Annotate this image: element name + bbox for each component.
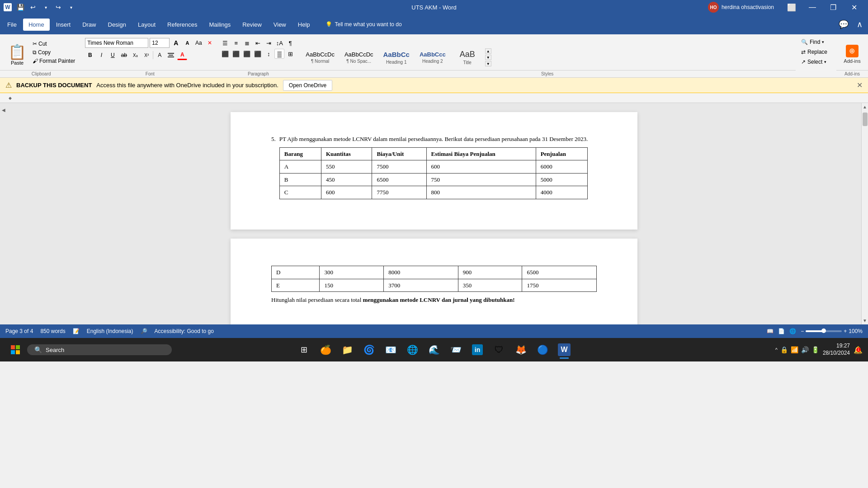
layout-marker[interactable]: ◀ (2, 108, 5, 113)
sort-button[interactable]: ↕A (274, 38, 284, 48)
menu-bar: File Home Insert Draw Design Layout Refe… (0, 14, 868, 34)
scroll-up-button[interactable]: ▲ (861, 103, 868, 111)
copy-button[interactable]: ⧉ Copy (31, 48, 77, 56)
increase-indent-button[interactable]: ⇥ (264, 38, 274, 48)
italic-button[interactable]: I (96, 50, 106, 60)
redo-button[interactable]: ↪ (52, 1, 64, 13)
open-onedrive-button[interactable]: Open OneDrive (283, 80, 332, 91)
zoom-out-button[interactable]: − (801, 328, 804, 334)
menu-home[interactable]: Home (23, 19, 50, 31)
style-normal-button[interactable]: AaBbCcDc ¶ Normal (302, 45, 339, 70)
read-mode-button[interactable]: 📖 (767, 328, 774, 334)
menu-help[interactable]: Help (292, 19, 316, 31)
replace-button[interactable]: ⇄ Replace (798, 48, 830, 56)
tray-chevron[interactable]: ^ (775, 347, 778, 352)
font-name-input[interactable] (85, 38, 148, 48)
more-apps-button[interactable]: 🔵 (533, 340, 552, 360)
shrink-font-button[interactable]: A (182, 38, 192, 48)
search-bar[interactable]: 🔍 Search (27, 344, 172, 355)
close-button[interactable]: ✕ (844, 0, 864, 14)
format-painter-button[interactable]: 🖌 Format Painter (31, 57, 77, 65)
menu-view[interactable]: View (268, 19, 292, 31)
minimize-button[interactable]: — (802, 0, 823, 14)
task-view-button[interactable]: ⊞ (294, 340, 314, 360)
zoom-slider[interactable] (806, 330, 842, 332)
mail-button[interactable]: 📧 (381, 340, 401, 360)
menu-layout[interactable]: Layout (132, 19, 161, 31)
strikethrough-button[interactable]: ab (119, 50, 129, 60)
subscript-button[interactable]: X₂ (130, 50, 140, 60)
find-button[interactable]: 🔍 Find ▾ (798, 38, 827, 46)
cut-button[interactable]: ✂ Cut (31, 40, 77, 48)
multilevel-list-button[interactable]: ≣ (242, 38, 252, 48)
menu-references[interactable]: References (162, 19, 203, 31)
style-heading2-button[interactable]: AaBbCcc Heading 2 (415, 45, 450, 70)
grow-font-button[interactable]: A (171, 38, 181, 48)
user-avatar[interactable]: HO (708, 2, 719, 13)
menu-file[interactable]: File (2, 19, 22, 31)
styles-more-button[interactable]: ▼ (485, 61, 491, 66)
start-button[interactable] (5, 340, 25, 360)
menu-draw[interactable]: Draw (77, 19, 101, 31)
text-highlight-button[interactable]: A (155, 50, 165, 60)
menu-insert[interactable]: Insert (51, 19, 76, 31)
select-button[interactable]: ↗ Select ▾ (798, 58, 829, 66)
ribbon-display-button[interactable]: ⬜ (781, 0, 802, 14)
bullets-button[interactable]: ☰ (220, 38, 230, 48)
styles-scroll-up[interactable]: ▲ (485, 48, 491, 54)
chrome-button[interactable]: 🌐 (402, 340, 422, 360)
teams-button[interactable]: 🌀 (359, 340, 379, 360)
tell-me-bar[interactable]: 💡 Tell me what you want to do (326, 21, 402, 28)
line-spacing-button[interactable]: ↕ (264, 49, 274, 59)
firefox-button[interactable]: 🦊 (511, 340, 531, 360)
font-color-button[interactable]: A (177, 50, 187, 60)
align-left-para-button[interactable]: ⬛ (220, 49, 230, 59)
time-display[interactable]: 19:27 28/10/2024 (823, 343, 850, 357)
comments-button[interactable]: 💬 (835, 18, 852, 31)
superscript-button[interactable]: X² (142, 50, 151, 60)
notification-center-button[interactable]: 🔔 1 (854, 346, 863, 354)
save-button[interactable]: 💾 (14, 1, 26, 13)
undo-button[interactable]: ↩ (27, 1, 39, 13)
decrease-indent-button[interactable]: ⇤ (253, 38, 263, 48)
menu-design[interactable]: Design (103, 19, 132, 31)
file-explorer-button[interactable]: 📁 (337, 340, 357, 360)
widgets-button[interactable]: 🍊 (316, 340, 335, 360)
menu-review[interactable]: Review (237, 19, 267, 31)
print-layout-button[interactable]: 📄 (778, 328, 785, 334)
shading-button[interactable]: ▓ (274, 49, 284, 59)
borders-button[interactable]: ⊞ (285, 49, 295, 59)
scroll-thumb[interactable] (863, 113, 868, 126)
outlook-button[interactable]: 📨 (446, 340, 466, 360)
align-right-button[interactable]: ⬛ (242, 49, 252, 59)
bold-button[interactable]: B (85, 50, 95, 60)
edge-button[interactable]: 🌊 (424, 340, 444, 360)
antivirus-button[interactable]: 🛡 (489, 340, 509, 360)
style-no-spacing-button[interactable]: AaBbCcDc ¶ No Spac... (340, 45, 377, 70)
add-ins-button[interactable]: ⊕ Add-ins (840, 43, 864, 66)
customize-quick-access[interactable]: ▾ (65, 1, 77, 13)
justify-button[interactable]: ⬛ (253, 49, 263, 59)
scroll-down-button[interactable]: ▼ (861, 317, 868, 324)
numbering-button[interactable]: ≡ (231, 38, 241, 48)
ribbon-collapse-button[interactable]: ∧ (853, 18, 866, 31)
web-layout-button[interactable]: 🌐 (789, 328, 796, 334)
paste-button[interactable]: 📋 Paste (5, 40, 29, 70)
restore-button[interactable]: ❐ (823, 0, 844, 14)
zoom-in-button[interactable]: + (844, 328, 847, 334)
notification-close-button[interactable]: ✕ (857, 81, 863, 89)
linkedin-button[interactable]: in (467, 340, 487, 360)
menu-mailings[interactable]: Mailings (204, 19, 236, 31)
active-indicator (560, 357, 569, 359)
word-taskbar-button[interactable]: W (554, 340, 574, 360)
style-heading1-button[interactable]: AaBbCc Heading 1 (379, 45, 414, 70)
undo-arrow[interactable]: ▾ (40, 1, 52, 13)
clear-formatting-button[interactable]: ✕ (205, 38, 215, 48)
align-center-button[interactable]: ⬛ (231, 49, 241, 59)
change-case-button[interactable]: Aa (193, 38, 203, 48)
styles-scroll-down[interactable]: ▼ (485, 55, 491, 60)
style-title-button[interactable]: AaB Title (452, 45, 483, 70)
show-formatting-button[interactable]: ¶ (285, 38, 295, 48)
font-size-input[interactable] (150, 38, 170, 48)
underline-button[interactable]: U (108, 50, 118, 60)
